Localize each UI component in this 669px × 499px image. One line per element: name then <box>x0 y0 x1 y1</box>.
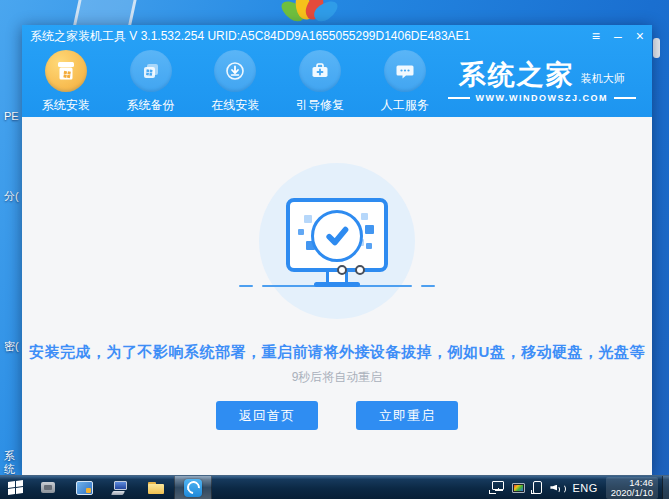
decorative-dot <box>355 265 365 275</box>
minimize-icon[interactable]: – <box>614 29 622 43</box>
nav-item-boot-repair[interactable]: 引导修复 <box>278 50 362 114</box>
nav-item-label: 引导修复 <box>296 97 344 114</box>
nav-item-label: 在线安装 <box>211 97 259 114</box>
speaker-icon[interactable] <box>550 483 564 493</box>
taskbar-spacer <box>212 476 489 499</box>
device-icon[interactable] <box>533 481 542 494</box>
nav-item-label: 人工服务 <box>381 97 429 114</box>
button-row: 返回首页 立即重启 <box>22 401 652 430</box>
display-color-icon[interactable] <box>512 483 525 493</box>
download-icon <box>214 50 256 92</box>
nav-item-online-install[interactable]: 在线安装 <box>193 50 277 114</box>
nav-item-system-install[interactable]: 系统安装 <box>24 50 108 114</box>
repair-toolbox-icon <box>299 50 341 92</box>
installer-app-icon <box>184 479 202 497</box>
network-icon[interactable] <box>489 481 504 494</box>
taskbar-item-snip-tool[interactable] <box>66 476 102 499</box>
desktop-icon-label[interactable]: 系统 <box>4 450 20 476</box>
restart-now-button[interactable]: 立即重启 <box>356 401 458 430</box>
restart-countdown: 9秒后将自动重启 <box>22 369 652 386</box>
monitor-base <box>314 282 360 287</box>
app-window: 系统之家装机工具 V 3.1.532.254 URID:A5C84DD9A165… <box>22 25 652 475</box>
taskbar-item-hardware[interactable] <box>30 476 66 499</box>
clock-date: 2020/1/10 <box>611 488 653 498</box>
close-icon[interactable]: × <box>636 29 644 43</box>
titlebar[interactable]: 系统之家装机工具 V 3.1.532.254 URID:A5C84DD9A165… <box>22 25 652 47</box>
desktop-icon-label[interactable]: 密( <box>4 340 20 353</box>
brand-logo: 系统之家 装机大师 WWW.WINDOWSZJ.COM <box>448 61 636 103</box>
nav-bar: 系统安装 系统备份 <box>22 47 652 117</box>
monitor-graphic <box>286 198 388 272</box>
backup-windows-icon <box>130 50 172 92</box>
success-illustration <box>259 163 415 319</box>
folder-icon <box>148 482 164 494</box>
install-box-icon <box>45 50 87 92</box>
desktop-edge-scroll-thumb <box>653 38 660 58</box>
brand-website: WWW.WINDOWSZJ.COM <box>448 93 636 103</box>
checkmark-icon <box>311 210 363 262</box>
window-header: 系统之家装机工具 V 3.1.532.254 URID:A5C84DD9A165… <box>22 25 652 117</box>
nav-item-human-service[interactable]: 人工服务 <box>363 50 447 114</box>
brand-suffix: 装机大师 <box>581 71 625 86</box>
nav-item-label: 系统备份 <box>127 97 175 114</box>
menu-icon[interactable]: ≡ <box>592 29 600 43</box>
desktop-icon-flower-logo[interactable] <box>283 0 335 22</box>
desktop-icon-label[interactable]: 分( <box>4 190 20 203</box>
taskbar-item-explorer[interactable] <box>138 476 174 499</box>
language-indicator[interactable]: ENG <box>572 482 597 494</box>
install-complete-message: 安装完成，为了不影响系统部署，重启前请将外接设备拔掉，例如U盘，移动硬盘，光盘等 <box>22 343 652 362</box>
decorative-dot <box>337 265 347 275</box>
nav-item-system-backup[interactable]: 系统备份 <box>109 50 193 114</box>
computer-icon <box>112 481 128 495</box>
nav-item-label: 系统安装 <box>42 97 90 114</box>
snip-tool-icon <box>76 481 93 495</box>
chip-icon <box>41 482 55 493</box>
home-button[interactable]: 返回首页 <box>216 401 318 430</box>
window-controls: ≡ – × <box>592 29 644 43</box>
clock-time: 14:46 <box>611 478 653 488</box>
window-title: 系统之家装机工具 V 3.1.532.254 URID:A5C84DD9A165… <box>30 28 592 45</box>
windows-logo-icon <box>8 480 23 495</box>
brand-name: 系统之家 <box>459 61 575 89</box>
taskbar-item-computer[interactable] <box>102 476 138 499</box>
taskbar-item-installer-app[interactable] <box>174 476 212 499</box>
chat-bubble-icon <box>384 50 426 92</box>
monitor-screen <box>293 205 381 265</box>
start-button[interactable] <box>0 476 30 499</box>
taskbar: ENG 14:46 2020/1/10 <box>0 475 669 499</box>
system-tray: ENG 14:46 2020/1/10 <box>489 476 662 499</box>
main-content: 安装完成，为了不影响系统部署，重启前请将外接设备拔掉，例如U盘，移动硬盘，光盘等… <box>22 117 652 475</box>
clock[interactable]: 14:46 2020/1/10 <box>606 477 658 499</box>
desktop-icon-label[interactable]: PE <box>4 110 20 123</box>
show-desktop-button[interactable] <box>662 476 669 499</box>
